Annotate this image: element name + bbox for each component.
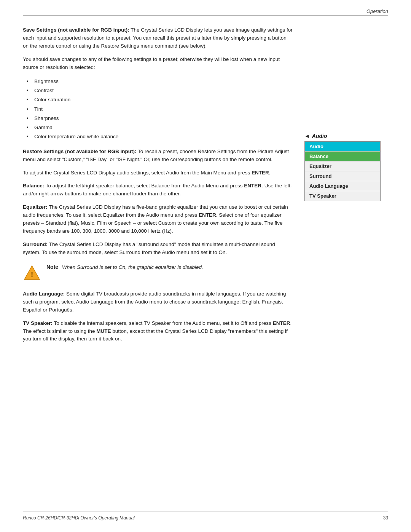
equalizer-para: Equalizer: The Crystal Series LCD Displa… xyxy=(23,203,293,235)
page: Operation Save Settings (not available f… xyxy=(0,0,411,532)
main-content: Save Settings (not available for RGB inp… xyxy=(23,26,388,348)
save-settings-para: Save Settings (not available for RGB inp… xyxy=(23,26,293,50)
right-column: ◄ Audio Audio Balance Equalizer Surround xyxy=(304,26,388,348)
tv-speaker-enter: ENTER xyxy=(273,320,290,326)
list-item: Brightness xyxy=(30,77,293,86)
audio-menu-box: Audio Balance Equalizer Surround Audio L… xyxy=(304,141,381,201)
surround-para: Surround: The Crystal Series LCD Display… xyxy=(23,241,293,257)
equalizer-term: Equalizer: xyxy=(23,204,48,210)
tv-speaker-para: TV Speaker: To disable the internal spea… xyxy=(23,320,293,343)
warning-triangle-icon: ! xyxy=(24,264,40,281)
svg-text:!: ! xyxy=(31,270,33,279)
note-label: Note xyxy=(46,264,58,270)
tv-speaker-mute: MUTE xyxy=(96,328,111,334)
restore-settings-term: Restore Settings (not available for RGB … xyxy=(23,149,137,154)
tv-speaker-text1: To disable the internal speakers, select… xyxy=(53,320,273,326)
audio-language-para: Audio Language: Some digital TV broadcas… xyxy=(23,290,293,314)
audio-menu-container: ◄ Audio Audio Balance Equalizer Surround xyxy=(304,133,388,201)
footer-manual-title: Runco CR-26HD/CR-32HDi Owner's Operating… xyxy=(23,515,135,521)
header-rule xyxy=(23,15,388,16)
audio-menu-item-equalizer[interactable]: Equalizer xyxy=(305,161,380,171)
note-text: When Surround is set to On, the graphic … xyxy=(62,260,203,270)
balance-term: Balance: xyxy=(23,183,44,189)
audio-menu-item-balance[interactable]: Balance xyxy=(305,152,380,161)
audio-menu-item-tv-speaker[interactable]: TV Speaker xyxy=(305,191,380,201)
audio-menu-item-audio[interactable]: Audio xyxy=(305,142,380,152)
enter-bold: ENTER xyxy=(252,170,269,176)
footer-page-number: 33 xyxy=(383,515,388,521)
audio-menu-item-surround[interactable]: Surround xyxy=(305,171,380,181)
left-column: Save Settings (not available for RGB inp… xyxy=(23,26,293,348)
save-changes-para: You should save changes to any of the fo… xyxy=(23,56,293,72)
footer: Runco CR-26HD/CR-32HDi Owner's Operating… xyxy=(23,511,388,521)
list-item: Tint xyxy=(30,105,293,114)
operation-label: Operation xyxy=(366,8,388,14)
surround-text: The Crystal Series LCD Display has a "su… xyxy=(23,241,275,255)
audio-language-term: Audio Language: xyxy=(23,291,65,297)
list-item: Color temperature and white balance xyxy=(30,132,293,141)
note-box: ! Note When Surround is set to On, the g… xyxy=(23,264,293,282)
save-settings-term: Save Settings (not available for RGB inp… xyxy=(23,27,129,33)
list-item: Sharpness xyxy=(30,114,293,123)
settings-list: Brightness Contrast Color saturation Tin… xyxy=(30,77,293,142)
list-item: Color saturation xyxy=(30,95,293,104)
restore-settings-para: Restore Settings (not available for RGB … xyxy=(23,148,293,164)
balance-text1: To adjust the left/right speaker balance… xyxy=(44,183,244,189)
tv-speaker-term: TV Speaker: xyxy=(23,320,53,326)
balance-enter: ENTER xyxy=(244,183,261,189)
list-item: Gamma xyxy=(30,123,293,132)
audio-menu-header: ◄ Audio xyxy=(304,133,388,139)
audio-menu-header-label: Audio xyxy=(312,133,327,139)
note-content: Note When Surround is set to On, the gra… xyxy=(46,264,203,272)
audio-menu-item-audio-language[interactable]: Audio Language xyxy=(305,181,380,191)
list-item: Contrast xyxy=(30,86,293,95)
note-icon: ! xyxy=(23,264,41,282)
surround-term: Surround: xyxy=(23,241,48,247)
equalizer-enter: ENTER xyxy=(199,212,216,218)
balance-para: Balance: To adjust the left/right speake… xyxy=(23,182,293,198)
audio-intro-para: To adjust the Crystal Series LCD Display… xyxy=(23,169,293,177)
audio-arrow-icon: ◄ xyxy=(304,133,310,139)
